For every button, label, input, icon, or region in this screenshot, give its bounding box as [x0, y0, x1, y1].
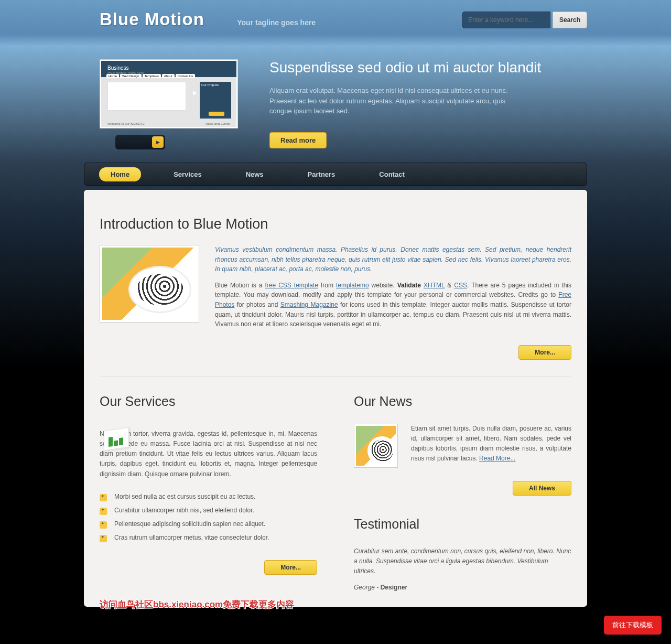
- intro-body: Blue Motion is a free CSS template from …: [215, 281, 571, 329]
- thumb-tab: Templates: [143, 74, 161, 78]
- play-icon[interactable]: ▶: [152, 136, 164, 148]
- services-column: Our Services Nam lorem tortor, viverra g…: [100, 394, 317, 592]
- nav-news[interactable]: News: [234, 167, 275, 181]
- list-item: Cras rutrum ullamcorper metus, vitae con…: [100, 531, 317, 544]
- search-form: Search: [462, 12, 587, 28]
- thumb-tab: Web Design: [120, 74, 142, 78]
- list-item: Morbi sed nulla ac est cursus suscipit e…: [100, 490, 317, 503]
- link-xhtml[interactable]: XHTML: [424, 282, 445, 289]
- search-button[interactable]: Search: [553, 12, 587, 28]
- news-column: Our News Etiam sit amet turpis. Duis nul…: [354, 394, 571, 592]
- list-item: Pellentesque adipiscing sollicitudin sap…: [100, 517, 317, 531]
- hero-section: Business Your tagline goes here Home Web…: [84, 46, 587, 149]
- all-news-button[interactable]: All News: [513, 481, 571, 496]
- thumb-tab: Home: [106, 74, 119, 78]
- thumb-footer-left: Welcome to our WEBSITE!: [107, 122, 145, 125]
- testimonial-quote: Curabitur sem ante, condimentum non, cur…: [354, 546, 571, 577]
- thumb-tab: About: [162, 74, 175, 78]
- header: Blue Motion Your tagline goes here Searc…: [84, 0, 587, 46]
- hero-title: Suspendisse sed odio ut mi auctor blandi…: [269, 59, 541, 76]
- intro-image: [100, 245, 199, 323]
- news-body: Etiam sit amet turpis. Duis nulla diam, …: [411, 424, 571, 468]
- site-tagline: Your tagline goes here: [237, 18, 316, 27]
- link-free-css[interactable]: free CSS template: [265, 282, 318, 289]
- testimonial-section: Testimonial Curabitur sem ante, condimen…: [354, 517, 571, 592]
- chart-icon: [100, 424, 136, 455]
- services-list: Morbi sed nulla ac est cursus suscipit e…: [100, 490, 317, 544]
- nav-services[interactable]: Services: [162, 167, 213, 181]
- site-logo: Blue Motion: [100, 9, 204, 29]
- intro-more-button[interactable]: More...: [518, 345, 571, 360]
- main-nav: Home Services News Partners Contact: [84, 163, 587, 186]
- services-heading: Our Services: [100, 394, 317, 409]
- testimonial-author: George - Designer: [354, 584, 571, 591]
- testimonial-heading: Testimonial: [354, 517, 571, 532]
- nav-home[interactable]: Home: [99, 167, 141, 181]
- thumb-title: Business: [107, 65, 129, 71]
- intro-text: Vivamus vestibulum condimentum massa. Ph…: [215, 245, 571, 336]
- download-template-button[interactable]: 前往下载模板: [604, 616, 662, 635]
- chevron-right-icon: ▶: [193, 90, 197, 95]
- intro-lead: Vivamus vestibulum condimentum massa. Ph…: [215, 245, 571, 274]
- main-content: Introduction to Blue Motion Vivamus vest…: [84, 190, 587, 607]
- news-read-more-link[interactable]: Read More...: [479, 455, 515, 462]
- nav-contact[interactable]: Contact: [367, 167, 416, 181]
- promo-banner: 访问血鸟社区bbs.xieniao.com免费下载更多内容: [100, 598, 294, 610]
- read-more-button[interactable]: Read more: [269, 132, 327, 148]
- nav-partners[interactable]: Partners: [296, 167, 347, 181]
- intro-heading: Introduction to Blue Motion: [100, 216, 571, 232]
- hero-body: Aliquam erat volutpat. Maecenas eget nis…: [269, 85, 521, 116]
- thumb-tab: Contact Us: [176, 74, 196, 78]
- news-heading: Our News: [354, 394, 571, 409]
- hero-thumbnail[interactable]: Business Your tagline goes here Home Web…: [100, 59, 238, 128]
- list-item: Curabitur ullamcorper nibh nisi, sed ele…: [100, 503, 317, 517]
- link-smashing[interactable]: Smashing Magazine: [280, 301, 338, 308]
- services-more-button[interactable]: More...: [264, 560, 317, 575]
- thumb-footer-right: News and Events: [205, 122, 230, 125]
- link-css[interactable]: CSS: [454, 282, 467, 289]
- link-templatemo[interactable]: templatemo: [336, 282, 369, 289]
- news-image: [354, 424, 398, 468]
- search-input[interactable]: [462, 12, 550, 28]
- slideshow-controls: ▶: [115, 135, 165, 149]
